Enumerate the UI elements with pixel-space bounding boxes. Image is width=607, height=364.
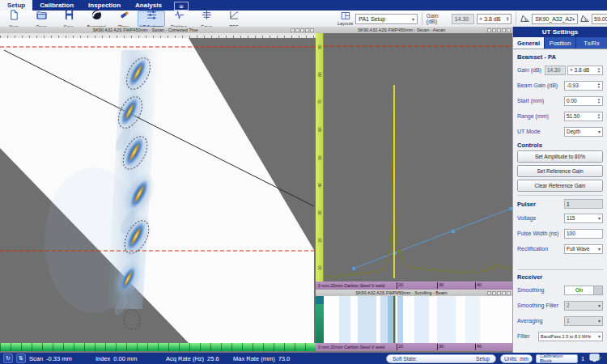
sscan-scan-axis-ruler: [0, 343, 316, 351]
check-icon: ✓: [597, 355, 603, 362]
open-button[interactable]: Open: [28, 11, 55, 27]
save-button[interactable]: Save: [55, 11, 83, 27]
gain-row: Gain (dB) 14.30 + 3.8 dB▲▼: [517, 62, 603, 78]
gates-button[interactable]: Gates: [193, 11, 220, 27]
new-button[interactable]: New: [0, 11, 28, 27]
pulser-section-header: Pulser 1: [517, 199, 603, 209]
status-bar: ↻ ⇅ Scan-0.33 mm Index0.00 mm Acq Rate (…: [0, 353, 607, 364]
receiver-section-header: Receiver: [517, 273, 603, 281]
clear-reference-gain-button[interactable]: Clear Reference Gain: [517, 180, 603, 192]
strip-ruler-cap: [316, 296, 324, 304]
ut-inspection-app: Setup Calibration Inspection Analysis ⊞ …: [0, 0, 607, 364]
layouts-button[interactable]: Layouts: [337, 11, 353, 26]
echo-band: [358, 296, 376, 343]
rectification-select[interactable]: Full Wave▾: [564, 244, 603, 254]
voltage-select[interactable]: 115▾: [564, 214, 603, 223]
separator: [516, 12, 516, 25]
beamset-select[interactable]: SK90_A32_A2▾: [532, 14, 578, 24]
start-spinner[interactable]: 0.00▲▼: [564, 96, 603, 106]
gain-label: Gain (dB): [427, 13, 449, 24]
pulser-number: 1: [564, 199, 603, 209]
divider: [517, 195, 603, 196]
smoothing-row: Smoothing On: [517, 282, 603, 298]
echo-band: [437, 296, 456, 343]
ascan-depth-ruler: 0 mm 20mm Carbon Steel V weld 20 30 40: [316, 281, 512, 290]
spinner-arrows-icon[interactable]: ▲▼: [506, 16, 509, 22]
material-label: 0 mm 20mm Carbon Steel V weld: [318, 345, 384, 349]
gain-value-readout: 14.30: [545, 66, 566, 75]
tab-general[interactable]: General: [513, 37, 544, 49]
sliders-icon: [146, 9, 157, 23]
monitor-status: ✓: [589, 353, 603, 364]
toolbar-right-controls: Layouts PA1 Setup▾ Gain (dB) 14.30 + 3.8…: [337, 11, 607, 27]
ascan-view-toolbar[interactable]: [487, 28, 511, 32]
start-row: Start (mm) 0.00▲▼: [517, 93, 603, 108]
layouts-icon: [341, 11, 350, 21]
status-left-icons: ↻ ⇅: [3, 353, 26, 364]
material-label: 0 mm 20mm Carbon Steel V weld: [318, 283, 384, 288]
rectification-row: Rectification Full Wave▾: [517, 241, 603, 256]
strip-title: SK90 A32 A2S FWP450mm - Scrolling - Beam: [316, 290, 487, 295]
probe-icon: [119, 9, 129, 23]
calibration-block-button[interactable]: Calibration Block: [536, 354, 578, 363]
updown-icon[interactable]: ⇅: [16, 353, 26, 363]
smoothing-filter-select[interactable]: 2▾: [564, 301, 603, 311]
pulse-width-input[interactable]: 100: [564, 229, 603, 239]
pulse-waveform-icon: [174, 9, 185, 23]
set-reference-gain-button[interactable]: Set Reference Gain: [517, 165, 603, 177]
ut-settings-button[interactable]: UT Settings: [138, 11, 165, 27]
ut-mode-select[interactable]: Depth▾: [564, 127, 603, 137]
set-amplitude-button[interactable]: Set Amplitude to 80%: [517, 150, 603, 163]
tab-txrx[interactable]: Tx/Rx: [575, 37, 607, 49]
tab-position[interactable]: Position: [544, 37, 575, 49]
sscan-view-toolbar[interactable]: [291, 28, 314, 32]
max-rate: Max Rate (mm)73.0: [233, 353, 290, 364]
ut-mode-row: UT Mode Depth▾: [517, 124, 603, 139]
ascan-header: SK90 A32 A2S FWP450mm - Sscan - Ascan: [316, 27, 512, 33]
chevron-down-icon: ▾: [412, 16, 414, 22]
ascan-plot[interactable]: [324, 33, 512, 281]
averaging-select[interactable]: 1▾: [564, 316, 603, 326]
strip-view-toolbar[interactable]: [487, 291, 511, 295]
tcg-button[interactable]: TCG: [220, 11, 248, 27]
pulse-width-row: Pulse Width (ns) 100: [517, 226, 603, 241]
beam-angle-icon: [580, 14, 589, 23]
echo-band: [397, 296, 403, 343]
beam-gain-spinner[interactable]: -0.93▲▼: [564, 81, 603, 91]
gain-delta-spinner[interactable]: + 3.8 dB ▲▼: [477, 14, 511, 24]
filter-select[interactable]: BandPass 2.5 to 8.0 MHz▾: [538, 332, 603, 341]
scan-position: Scan-0.33 mm: [29, 353, 72, 364]
gain-delta-spinner[interactable]: + 3.8 dB▲▼: [567, 66, 603, 75]
panel-title: UT Settings: [513, 27, 607, 37]
units-pill[interactable]: Units:mm: [500, 354, 533, 363]
sscan-graphics: [0, 38, 316, 343]
sscan-plot[interactable]: [0, 38, 316, 343]
index-position: Index0.00 mm: [96, 353, 138, 364]
refresh-icon[interactable]: ↻: [3, 353, 13, 363]
strip-plot[interactable]: [324, 296, 512, 343]
controls-section-header: Controls: [517, 142, 603, 149]
layout-preset-select[interactable]: PA1 Setup▾: [355, 14, 418, 24]
echo-band: [414, 296, 430, 343]
soft-state-pill[interactable]: Soft State:Setup: [386, 354, 496, 363]
separator: [422, 12, 422, 25]
new-file-icon: [9, 9, 19, 23]
digitizer-button[interactable]: Digitizer: [165, 11, 193, 27]
divider: [517, 269, 603, 270]
angle-spinner[interactable]: 59.00 ▲▼: [592, 14, 607, 24]
beamtool-logo-icon: [91, 9, 102, 23]
averaging-row: Averaging 1▾: [517, 313, 603, 328]
toggle-grip: [593, 286, 602, 294]
gate-icon: [202, 9, 212, 23]
ut-settings-panel: UT Settings General Position Tx/Rx Beams…: [512, 27, 607, 353]
sscan-title: SK90 A32 A2S FWP450mm - Sscan - Correcte…: [0, 28, 291, 32]
acq-rate: Acq Rate (Hz)25.6: [166, 353, 219, 364]
tcg-curve-icon: [229, 9, 240, 23]
wedge-angle-icon: [520, 14, 529, 23]
beamtool-button[interactable]: Beamtool: [83, 11, 110, 27]
save-floppy-icon: [64, 9, 74, 23]
place-button[interactable]: Place: [110, 11, 138, 27]
smoothing-filter-row: Smoothing Filter 2▾: [517, 298, 603, 313]
range-spinner[interactable]: 51.50▲▼: [564, 112, 603, 121]
smoothing-toggle[interactable]: On: [564, 286, 603, 295]
